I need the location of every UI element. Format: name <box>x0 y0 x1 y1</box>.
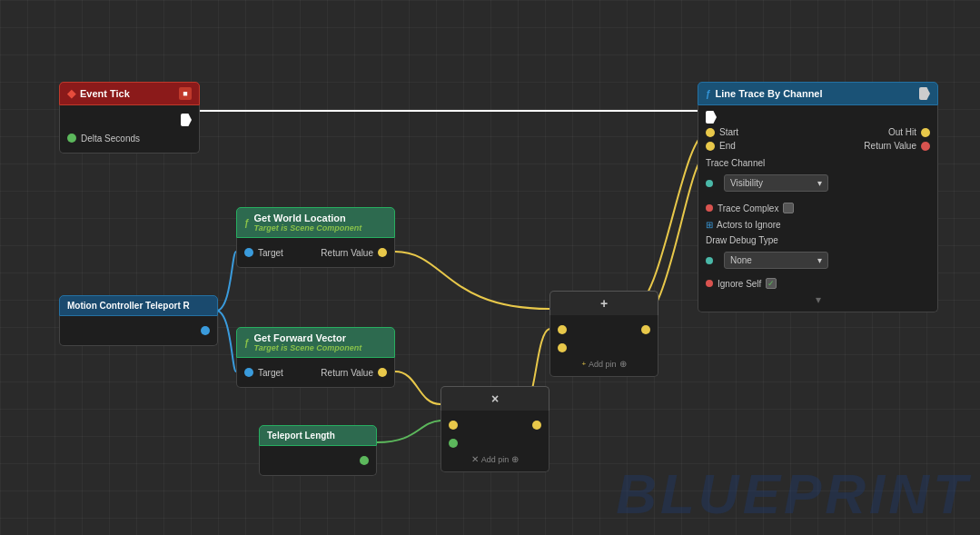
line-trace-node: ƒ Line Trace By Channel Start Out Hit <box>698 82 938 312</box>
line-trace-end-pin[interactable] <box>706 142 715 151</box>
draw-debug-type-label: Draw Debug Type <box>706 235 778 245</box>
trace-channel-label: Trace Channel <box>706 158 765 168</box>
line-trace-return-pin[interactable] <box>921 142 930 151</box>
motion-ctrl-out-pin[interactable] <box>201 326 210 335</box>
add-pin-lower-node: × ✕ Add pin ⊕ <box>441 386 549 472</box>
delta-seconds-label: Delta Seconds <box>81 134 140 144</box>
ignore-self-label: Ignore Self <box>718 279 761 289</box>
event-tick-node: ◆ Event Tick ■ Delta Seconds <box>59 82 200 154</box>
line-trace-out-hit-label: Out Hit <box>888 127 916 137</box>
ignore-self-checkbox[interactable]: ✓ <box>766 278 777 289</box>
trace-complex-label: Trace Complex <box>718 203 778 213</box>
ignore-self-pin[interactable] <box>706 280 713 287</box>
trace-channel-dropdown[interactable]: Visibility ▾ <box>724 174 828 192</box>
actors-to-ignore-label: Actors to Ignore <box>717 220 781 230</box>
line-trace-start-label: Start <box>719 127 738 137</box>
delta-seconds-pin[interactable] <box>67 134 76 143</box>
add-lower-out-pin[interactable] <box>532 421 541 430</box>
teleport-length-node: Teleport Length <box>259 425 377 476</box>
line-trace-title: Line Trace By Channel <box>716 88 823 99</box>
line-trace-out-hit-pin[interactable] <box>921 128 930 137</box>
get-world-location-title: Get World Location <box>254 213 362 223</box>
teleport-length-out-pin[interactable] <box>360 456 369 465</box>
gwl-target-pin[interactable] <box>244 248 253 257</box>
motion-controller-title: Motion Controller Teleport R <box>67 301 190 311</box>
gfv-target-pin[interactable] <box>244 368 253 377</box>
get-forward-vector-title: Get Forward Vector <box>254 332 362 343</box>
gfv-return-pin[interactable] <box>378 368 387 377</box>
add-lower-in2-pin[interactable] <box>449 439 458 448</box>
line-trace-start-pin[interactable] <box>706 128 715 137</box>
event-tick-title: Event Tick <box>80 88 130 99</box>
get-world-location-subtitle: Target is Scene Component <box>254 223 362 233</box>
exec-out-pin[interactable] <box>181 114 192 126</box>
gwl-return-label: Return Value <box>321 248 373 258</box>
draw-debug-dropdown[interactable]: None ▾ <box>724 252 828 269</box>
motion-controller-node: Motion Controller Teleport R <box>59 295 218 346</box>
trace-channel-pin[interactable] <box>706 180 713 187</box>
trace-complex-checkbox[interactable] <box>783 203 794 213</box>
blueprint-watermark: BLUEPRINT <box>616 461 971 526</box>
gwl-return-pin[interactable] <box>378 248 387 257</box>
line-trace-return-label: Return Value <box>864 141 916 151</box>
get-world-location-node: ƒ Get World Location Target is Scene Com… <box>236 207 395 268</box>
add-pin-upper-node: + + Add pin ⊕ <box>549 291 658 377</box>
get-forward-vector-node: ƒ Get Forward Vector Target is Scene Com… <box>236 327 395 388</box>
add-upper-add-pin-label[interactable]: Add pin <box>589 360 617 369</box>
add-upper-in2-pin[interactable] <box>558 343 567 352</box>
line-trace-end-label: End <box>719 141 736 151</box>
draw-debug-value: None <box>730 255 752 265</box>
add-upper-out-pin[interactable] <box>641 325 650 334</box>
trace-channel-value: Visibility <box>730 178 763 188</box>
add-lower-in1-pin[interactable] <box>449 421 458 430</box>
gfv-return-label: Return Value <box>321 368 373 378</box>
teleport-length-title: Teleport Length <box>267 431 335 441</box>
line-trace-exec-in-pin[interactable] <box>706 111 717 124</box>
get-forward-vector-subtitle: Target is Scene Component <box>254 343 362 352</box>
scroll-down-icon[interactable]: ▾ <box>698 292 937 308</box>
trace-complex-pin[interactable] <box>706 204 713 212</box>
line-trace-exec-out-pin[interactable] <box>919 87 930 100</box>
draw-debug-pin[interactable] <box>706 257 713 264</box>
gwl-target-label: Target <box>258 248 283 258</box>
dropdown-arrow-icon: ▾ <box>817 178 822 188</box>
add-upper-in1-pin[interactable] <box>558 325 567 334</box>
add-lower-add-pin-label[interactable]: Add pin <box>481 455 510 464</box>
gfv-target-label: Target <box>258 368 283 378</box>
draw-debug-arrow-icon: ▾ <box>817 255 822 265</box>
